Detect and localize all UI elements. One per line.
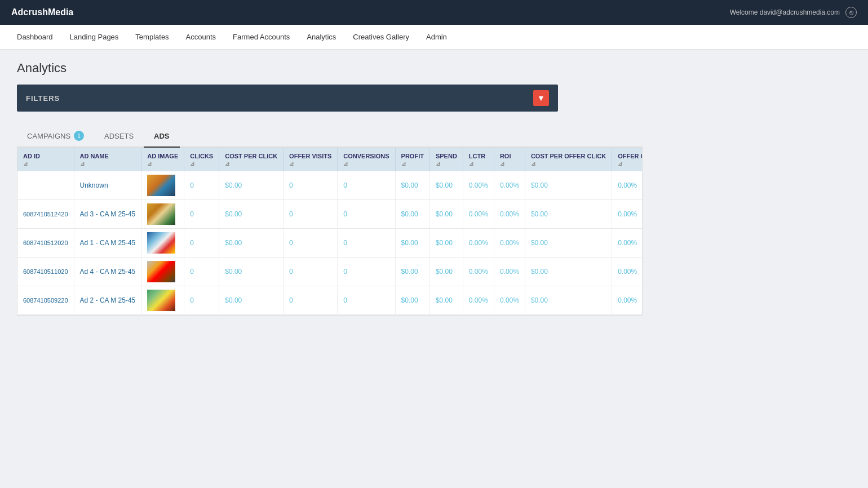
cell-cost-per-offer-click: $0.00 xyxy=(525,258,612,286)
col-offer-visits: OFFER VISITS ⊿ xyxy=(284,148,338,171)
col-cost-per-click-filter[interactable]: ⊿ xyxy=(225,161,277,167)
nav-accounts[interactable]: Accounts xyxy=(186,25,216,49)
cell-spend: $0.00 xyxy=(429,171,463,200)
cell-clicks: 0 xyxy=(184,171,219,200)
cell-cost-per-offer-click: $0.00 xyxy=(525,200,612,229)
cell-ad-id: 6087410512420 xyxy=(17,200,74,229)
nav-dashboard[interactable]: Dashboard xyxy=(17,25,53,49)
col-ad-id-filter[interactable]: ⊿ xyxy=(23,161,68,167)
cell-offer-visits: 0 xyxy=(284,258,338,286)
cell-profit: $0.00 xyxy=(395,200,429,229)
cell-ad-id: 6087410509220 xyxy=(17,286,74,315)
nav-landing-pages[interactable]: Landing Pages xyxy=(70,25,119,49)
tab-campaigns[interactable]: CAMPAIGNS 1 xyxy=(17,125,94,148)
table-row: 6087410509220 Ad 2 - CA M 25-45 0 $0.00 … xyxy=(17,286,643,315)
col-ad-name-filter[interactable]: ⊿ xyxy=(80,161,136,167)
tab-ads-label: ADS xyxy=(154,132,169,140)
cell-conversions: 0 xyxy=(338,229,395,258)
cell-profit: $0.00 xyxy=(395,171,429,200)
cell-offer-conversion-rate: 0.00% xyxy=(612,229,643,258)
cell-spend: $0.00 xyxy=(429,286,463,315)
cell-offer-conversion-rate: 0.00% xyxy=(612,286,643,315)
filters-toggle-button[interactable]: ▼ xyxy=(533,90,549,106)
tab-ads[interactable]: ADS xyxy=(144,125,179,148)
nav-admin[interactable]: Admin xyxy=(426,25,447,49)
cell-lctr: 0.00% xyxy=(463,171,494,200)
col-roi-filter[interactable]: ⊿ xyxy=(500,161,519,167)
nav-farmed-accounts[interactable]: Farmed Accounts xyxy=(233,25,290,49)
col-conversions-filter[interactable]: ⊿ xyxy=(343,161,389,167)
cell-ad-name: Ad 2 - CA M 25-45 xyxy=(74,286,141,315)
cell-profit: $0.00 xyxy=(395,258,429,286)
cell-cost-per-click: $0.00 xyxy=(219,229,284,258)
cell-ad-id xyxy=(17,171,74,200)
table-row: 6087410512020 Ad 1 - CA M 25-45 0 $0.00 … xyxy=(17,229,643,258)
cell-cost-per-click: $0.00 xyxy=(219,286,284,315)
col-profit-filter[interactable]: ⊿ xyxy=(401,161,424,167)
col-lctr-filter[interactable]: ⊿ xyxy=(469,161,488,167)
logout-icon[interactable]: ⎋ xyxy=(845,7,857,18)
cell-offer-conversion-rate: 0.00% xyxy=(612,258,643,286)
cell-roi: 0.00% xyxy=(494,258,525,286)
cell-spend: $0.00 xyxy=(429,229,463,258)
filters-label: FILTERS xyxy=(26,94,60,103)
cell-offer-conversion-rate: 0.00% xyxy=(612,171,643,200)
col-ad-name: AD NAME ⊿ xyxy=(74,148,141,171)
tab-adsets[interactable]: ADSETS xyxy=(94,125,144,148)
table-header-row: AD ID ⊿ AD NAME ⊿ AD IMAGE ⊿ CLICKS ⊿ xyxy=(17,148,643,171)
col-offer-conversion-rate-filter[interactable]: ⊿ xyxy=(618,161,643,167)
cell-ad-id: 6087410511020 xyxy=(17,258,74,286)
cell-offer-visits: 0 xyxy=(284,200,338,229)
cell-clicks: 0 xyxy=(184,229,219,258)
cell-clicks: 0 xyxy=(184,258,219,286)
cell-conversions: 0 xyxy=(338,258,395,286)
cell-lctr: 0.00% xyxy=(463,200,494,229)
table-row: Unknown 0 $0.00 0 0 $0.00 $0.00 0.00% 0.… xyxy=(17,171,643,200)
col-ad-id: AD ID ⊿ xyxy=(17,148,74,171)
cell-lctr: 0.00% xyxy=(463,258,494,286)
nav-analytics[interactable]: Analytics xyxy=(307,25,336,49)
cell-cost-per-offer-click: $0.00 xyxy=(525,229,612,258)
col-ad-image-filter[interactable]: ⊿ xyxy=(147,161,178,167)
page-title: Analytics xyxy=(17,61,851,76)
cell-ad-name: Ad 4 - CA M 25-45 xyxy=(74,258,141,286)
col-cost-per-offer-click: COST PER OFFER CLICK ⊿ xyxy=(525,148,612,171)
cell-offer-conversion-rate: 0.00% xyxy=(612,200,643,229)
cell-ad-image xyxy=(141,171,184,200)
col-ad-image: AD IMAGE ⊿ xyxy=(141,148,184,171)
cell-conversions: 0 xyxy=(338,286,395,315)
cell-roi: 0.00% xyxy=(494,200,525,229)
filters-bar: FILTERS ▼ xyxy=(17,85,558,112)
col-spend-filter[interactable]: ⊿ xyxy=(436,161,457,167)
col-offer-visits-filter[interactable]: ⊿ xyxy=(289,161,331,167)
nav-templates[interactable]: Templates xyxy=(135,25,169,49)
cell-cost-per-offer-click: $0.00 xyxy=(525,286,612,315)
col-cost-per-offer-click-filter[interactable]: ⊿ xyxy=(531,161,606,167)
col-clicks-filter[interactable]: ⊿ xyxy=(190,161,213,167)
cell-roi: 0.00% xyxy=(494,171,525,200)
cell-ad-image xyxy=(141,258,184,286)
cell-offer-visits: 0 xyxy=(284,229,338,258)
col-profit: PROFIT ⊿ xyxy=(395,148,429,171)
cell-ad-image xyxy=(141,229,184,258)
tabs: CAMPAIGNS 1 ADSETS ADS xyxy=(17,125,643,148)
cell-lctr: 0.00% xyxy=(463,229,494,258)
cell-conversions: 0 xyxy=(338,171,395,200)
tab-campaigns-label: CAMPAIGNS xyxy=(27,132,70,140)
cell-cost-per-click: $0.00 xyxy=(219,200,284,229)
top-bar: AdcrushMedia Welcome david@adcrushmedia.… xyxy=(0,0,868,25)
brand-name: AdcrushMedia xyxy=(11,7,73,17)
cell-ad-image xyxy=(141,286,184,315)
cell-offer-visits: 0 xyxy=(284,171,338,200)
cell-roi: 0.00% xyxy=(494,229,525,258)
cell-cost-per-click: $0.00 xyxy=(219,258,284,286)
cell-lctr: 0.00% xyxy=(463,286,494,315)
cell-ad-id: 6087410512020 xyxy=(17,229,74,258)
ads-table: AD ID ⊿ AD NAME ⊿ AD IMAGE ⊿ CLICKS ⊿ xyxy=(17,148,643,315)
cell-profit: $0.00 xyxy=(395,286,429,315)
cell-conversions: 0 xyxy=(338,200,395,229)
nav-creatives-gallery[interactable]: Creatives Gallery xyxy=(353,25,409,49)
welcome-text: Welcome david@adcrushmedia.com xyxy=(730,8,840,16)
table-row: 6087410511020 Ad 4 - CA M 25-45 0 $0.00 … xyxy=(17,258,643,286)
cell-cost-per-click: $0.00 xyxy=(219,171,284,200)
